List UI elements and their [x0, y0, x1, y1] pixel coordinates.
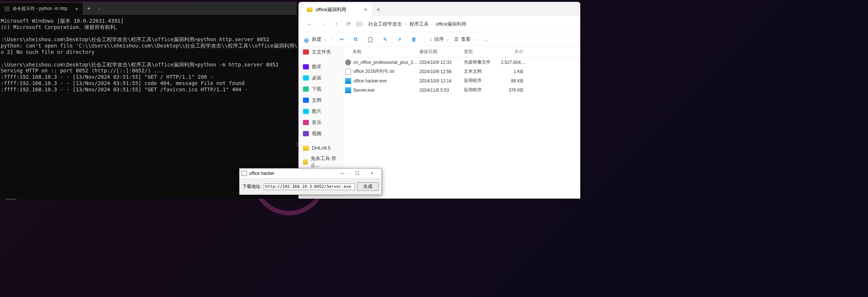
file-name: Server.exe	[353, 88, 419, 93]
explorer-tabbar: office漏洞利用 × +	[298, 2, 580, 16]
copy-icon[interactable]: ⧉	[352, 35, 360, 43]
explorer-tab-title: office漏洞利用	[316, 6, 346, 13]
sidebar-icon	[303, 146, 309, 151]
file-name: office hacker.exe	[353, 78, 419, 84]
pc-icon[interactable]	[356, 22, 363, 27]
app-icon	[242, 171, 247, 176]
file-date: 2024/10/9 12:33	[419, 60, 464, 65]
breadcrumb[interactable]: 社会工程学攻击 › 程序工具 › office漏洞利用	[368, 21, 466, 27]
view-button[interactable]: ☰ 查看 ⌄	[454, 36, 476, 43]
file-size: 88 KB	[501, 78, 523, 84]
sidebar-icon	[303, 64, 309, 69]
explorer-navbar: ← → ↑ ⟳ › 社会工程学攻击 › 程序工具 › office漏洞利用	[298, 16, 580, 32]
column-type[interactable]: 类型	[464, 49, 501, 55]
file-icon	[345, 69, 351, 75]
column-size[interactable]: 大小	[501, 49, 523, 55]
sort-icon: ↕	[429, 36, 432, 42]
sidebar-label: 下载	[312, 86, 321, 92]
file-date: 2024/10/9 12:59	[419, 69, 464, 74]
file-name: cn_office_professional_plus_2016_x8...	[353, 60, 419, 65]
sidebar-label: 主文件夹	[312, 49, 331, 55]
column-date[interactable]: 修改日期	[419, 49, 464, 55]
sort-button[interactable]: ↕ 排序 ⌄	[429, 36, 449, 43]
up-button[interactable]: ↑	[332, 19, 341, 29]
file-name: office 2016序列号.txt	[353, 68, 419, 75]
maximize-button[interactable]: ☐	[350, 170, 364, 177]
sidebar-item[interactable]: 图片	[298, 106, 343, 117]
new-button[interactable]: ⊕ 新建 ⌄	[304, 36, 327, 43]
sidebar-icon	[303, 109, 309, 114]
file-row[interactable]: Server.exe 2024/11/6 5:53 应用程序 376 KB	[343, 85, 580, 95]
file-row[interactable]: cn_office_professional_plus_2016_x8... 2…	[343, 58, 580, 67]
sidebar-icon	[303, 131, 309, 136]
sidebar-item[interactable]: 文档	[298, 95, 343, 106]
sidebar-item[interactable]: 下载	[298, 84, 343, 95]
rename-icon[interactable]: ✎	[381, 36, 390, 43]
paste-icon[interactable]: 📋	[365, 36, 376, 43]
sidebar-label: DHLv9.5	[312, 145, 331, 151]
sidebar-icon	[303, 159, 308, 164]
file-type: 光盘映像文件	[464, 59, 501, 65]
office-hacker-dialog: office hacker — ☐ × 下载地址: 生成	[239, 168, 382, 195]
sidebar-label: 音乐	[312, 119, 321, 126]
column-headers[interactable]: 名称 修改日期 类型 大小	[343, 46, 580, 58]
close-icon[interactable]: ×	[364, 7, 367, 13]
terminal-tab[interactable]: 命令提示符 - python -m http. ×	[0, 2, 83, 15]
column-name[interactable]: 名称	[345, 49, 419, 55]
sidebar-icon	[303, 49, 309, 55]
tab-dropdown-icon[interactable]: ⌄	[95, 6, 104, 10]
sidebar-item[interactable]: 音乐	[298, 117, 343, 128]
file-type: 应用程序	[464, 87, 501, 93]
file-icon	[345, 59, 351, 65]
file-icon	[345, 87, 351, 93]
chevron-down-icon: ⌄	[446, 37, 449, 41]
breadcrumb-segment[interactable]: 程序工具	[409, 21, 429, 27]
sidebar-item[interactable]: 主文件夹	[298, 46, 343, 58]
chevron-icon: ›	[405, 22, 406, 26]
new-tab-button[interactable]: +	[372, 3, 385, 16]
close-icon[interactable]: ×	[75, 6, 78, 12]
sidebar-icon	[303, 120, 309, 125]
back-button[interactable]: ←	[304, 19, 316, 29]
explorer-tab[interactable]: office漏洞利用 ×	[301, 3, 372, 16]
share-icon[interactable]: ↗	[395, 36, 404, 43]
cmd-icon	[4, 6, 10, 12]
dialog-titlebar[interactable]: office hacker — ☐ ×	[240, 169, 382, 179]
forward-button[interactable]: →	[318, 19, 330, 29]
sidebar-icon	[303, 87, 309, 92]
sidebar-item[interactable]: 桌面	[298, 72, 343, 84]
dialog-title: office hacker	[249, 171, 274, 176]
file-row[interactable]: office hacker.exe 2024/10/9 12:14 应用程序 8…	[343, 76, 580, 85]
plus-circle-icon: ⊕	[304, 36, 310, 42]
chevron-icon: ›	[365, 22, 366, 26]
cut-icon[interactable]: ✂	[337, 36, 346, 43]
breadcrumb-segment[interactable]: office漏洞利用	[436, 21, 466, 27]
new-tab-button[interactable]: +	[83, 5, 95, 12]
delete-icon[interactable]: 🗑	[409, 36, 419, 43]
refresh-button[interactable]: ⟳	[343, 19, 354, 29]
terminal-tabbar: 命令提示符 - python -m http. × + ⌄	[0, 2, 297, 15]
chevron-icon: ›	[432, 22, 433, 26]
minimize-button[interactable]: —	[335, 170, 350, 177]
file-row[interactable]: office 2016序列号.txt 2024/10/9 12:59 文本文档 …	[343, 67, 580, 76]
more-icon[interactable]: …	[481, 36, 491, 43]
separator	[424, 36, 424, 43]
breadcrumb-segment[interactable]: 社会工程学攻击	[368, 21, 402, 27]
sidebar-label: 视频	[312, 130, 321, 137]
download-url-label: 下载地址:	[242, 183, 261, 190]
close-button[interactable]: ×	[364, 170, 379, 177]
file-size: 376 KB	[501, 88, 523, 93]
explorer-toolbar: ⊕ 新建 ⌄ ✂ ⧉ 📋 ✎ ↗ 🗑 ↕ 排序 ⌄ ☰ 查看 ⌄ …	[298, 32, 580, 46]
terminal-output[interactable]: Microsoft Windows [版本 10.0.22631.4391] (…	[0, 15, 297, 96]
view-icon: ☰	[454, 36, 459, 42]
sidebar-label: 图片	[312, 108, 321, 115]
generate-button[interactable]: 生成	[357, 182, 379, 191]
download-url-input[interactable]	[264, 183, 355, 190]
sidebar-label: 桌面	[312, 75, 321, 81]
sidebar-item[interactable]: DHLv9.5	[298, 143, 343, 153]
file-icon	[345, 78, 351, 84]
chevron-down-icon: ⌄	[324, 37, 327, 41]
sidebar-item[interactable]: 图库	[298, 61, 343, 72]
sidebar-item[interactable]: 视频	[298, 128, 343, 139]
separator	[332, 36, 332, 43]
